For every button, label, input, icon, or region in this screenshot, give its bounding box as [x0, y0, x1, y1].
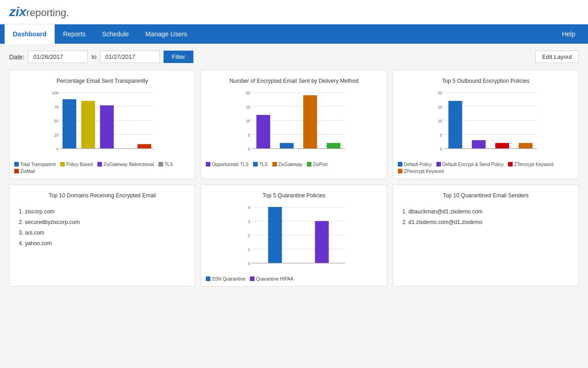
nav-schedule[interactable]: Schedule	[94, 24, 137, 44]
legend-item: Total Transparent	[14, 162, 56, 167]
legend-item: SSN Quarantine	[206, 276, 245, 282]
svg-text:20: 20	[246, 91, 250, 95]
legend-label: ZixPort	[313, 162, 328, 167]
svg-rect-29	[327, 143, 340, 149]
legend-label: Total Transparent	[20, 162, 56, 167]
svg-text:3: 3	[248, 219, 250, 224]
logo-dot: .	[66, 7, 69, 19]
svg-rect-11	[81, 101, 95, 149]
svg-text:4: 4	[248, 205, 250, 210]
nav-reports[interactable]: Reports	[55, 24, 94, 44]
logo-zix: zix	[9, 5, 26, 19]
svg-rect-14	[137, 144, 151, 149]
nav-manage-users[interactable]: Manage Users	[137, 24, 196, 44]
legend-item: ZixGateway Bidirectional	[97, 162, 154, 167]
svg-text:0: 0	[440, 147, 442, 151]
bar-chart-svg-chart1: 0255075100	[14, 89, 190, 158]
chart-title-chart4: Top 10 Domains Receiving Encrypted Email	[14, 192, 190, 200]
svg-text:1: 1	[248, 247, 250, 252]
legend-item: Default Encrypt & Send Policy	[436, 162, 503, 167]
legend-color-swatch	[97, 162, 102, 167]
legend-color-swatch	[14, 169, 19, 173]
svg-rect-57	[315, 221, 329, 263]
date-to-input[interactable]	[100, 51, 160, 63]
legend-label: TLS	[259, 162, 267, 167]
chart-card-chart5: Top 5 Quarantine Policies01234SSN Quaran…	[201, 184, 387, 287]
legend-label: Quarantine HIPAA	[256, 276, 294, 282]
filter-bar: Date: to Filter Edit Layout	[9, 51, 579, 63]
logo: zixreporting.	[9, 5, 579, 19]
chart-title-chart1: Percentage Email Sent Transparently	[14, 77, 190, 85]
svg-text:10: 10	[437, 119, 442, 123]
chart-legend-chart3: Default PolicyDefault Encrypt & Send Pol…	[398, 162, 574, 174]
nav-dashboard[interactable]: Dashboard	[5, 24, 55, 44]
legend-label: TLS	[164, 162, 173, 167]
chart-card-chart6: Top 10 Quarantined Email Senders1. dbauc…	[393, 184, 579, 287]
svg-rect-26	[256, 115, 270, 149]
svg-rect-10	[62, 99, 76, 148]
to-label: to	[91, 53, 96, 60]
list-item: 1. dbauckman@d1.zixdemo.com	[402, 207, 569, 216]
svg-text:75: 75	[54, 104, 59, 109]
svg-text:15: 15	[246, 104, 250, 109]
legend-color-swatch	[60, 162, 65, 167]
chart-card-chart1: Percentage Email Sent Transparently02550…	[9, 70, 195, 179]
legend-color-swatch	[14, 162, 19, 167]
chart-legend-chart1: Total TransparentPolicy BasedZixGateway …	[14, 162, 190, 174]
svg-rect-12	[100, 105, 114, 149]
svg-text:25: 25	[54, 132, 59, 137]
chart-legend-chart5: SSN QuarantineQuarantine HIPAA	[206, 276, 382, 282]
svg-text:5: 5	[440, 132, 442, 137]
filter-button[interactable]: Filter	[164, 51, 193, 63]
legend-item: ZixPort	[307, 162, 328, 167]
svg-rect-41	[448, 101, 462, 149]
chart-legend-chart2: Opportunistic TLSTLSZixGatewayZixPort	[206, 162, 382, 167]
list-content-chart4: 1. zixcorp.com2. securedbyzixcorp.com3. …	[14, 203, 190, 253]
list-item: 4. yahoo.com	[19, 239, 186, 248]
nav-bar: Dashboard Reports Schedule Manage Users …	[0, 24, 588, 44]
legend-item: Policy Based	[60, 162, 93, 167]
list-item: 3. aol.com	[19, 229, 186, 237]
svg-text:10: 10	[246, 119, 250, 123]
legend-label: ZixMail	[20, 169, 35, 174]
legend-label: ZPencrypt Keyword	[404, 169, 444, 174]
svg-rect-56	[268, 207, 282, 263]
bar-chart-svg-chart2: 05101520	[206, 89, 382, 158]
chart-title-chart2: Number of Encrypted Email Sent by Delive…	[206, 77, 382, 85]
legend-item: ZTencrypt Keyword	[508, 162, 554, 167]
svg-text:50: 50	[54, 119, 59, 123]
chart-card-chart2: Number of Encrypted Email Sent by Delive…	[201, 70, 387, 179]
svg-rect-43	[495, 143, 509, 149]
legend-color-swatch	[253, 162, 258, 167]
svg-text:0: 0	[248, 147, 250, 151]
edit-layout-button[interactable]: Edit Layout	[535, 51, 579, 63]
svg-text:20: 20	[437, 91, 442, 95]
bar-chart-svg-chart3: 05101520	[398, 89, 574, 158]
legend-label: Default Policy	[404, 162, 432, 167]
legend-item: ZixMail	[14, 169, 35, 174]
chart-title-chart3: Top 5 Outbound Encryption Policies	[398, 77, 574, 85]
svg-text:0: 0	[57, 147, 59, 151]
nav-help[interactable]: Help	[554, 26, 583, 42]
svg-text:0: 0	[248, 261, 250, 266]
legend-color-swatch	[206, 276, 210, 281]
chart-card-chart4: Top 10 Domains Receiving Encrypted Email…	[9, 184, 195, 287]
legend-item: Quarantine HIPAA	[250, 276, 294, 282]
legend-label: ZTencrypt Keyword	[514, 162, 554, 167]
svg-text:15: 15	[437, 104, 442, 109]
list-item: 2. d1.zixdemo.com@d1.zixdemo	[402, 218, 569, 227]
list-content-chart6: 1. dbauckman@d1.zixdemo.com2. d1.zixdemo…	[398, 203, 574, 231]
legend-label: ZixGateway Bidirectional	[103, 162, 154, 167]
svg-rect-27	[280, 143, 294, 149]
date-from-input[interactable]	[28, 51, 88, 63]
legend-color-swatch	[436, 162, 441, 167]
legend-color-swatch	[206, 162, 210, 167]
svg-text:2: 2	[248, 233, 250, 238]
legend-color-swatch	[250, 276, 254, 281]
legend-label: ZixGateway	[278, 162, 303, 167]
legend-label: Opportunistic TLS	[212, 162, 249, 167]
legend-item: TLS	[158, 162, 173, 167]
legend-color-swatch	[307, 162, 311, 167]
chart-card-chart3: Top 5 Outbound Encryption Policies051015…	[393, 70, 579, 179]
legend-color-swatch	[272, 162, 277, 167]
